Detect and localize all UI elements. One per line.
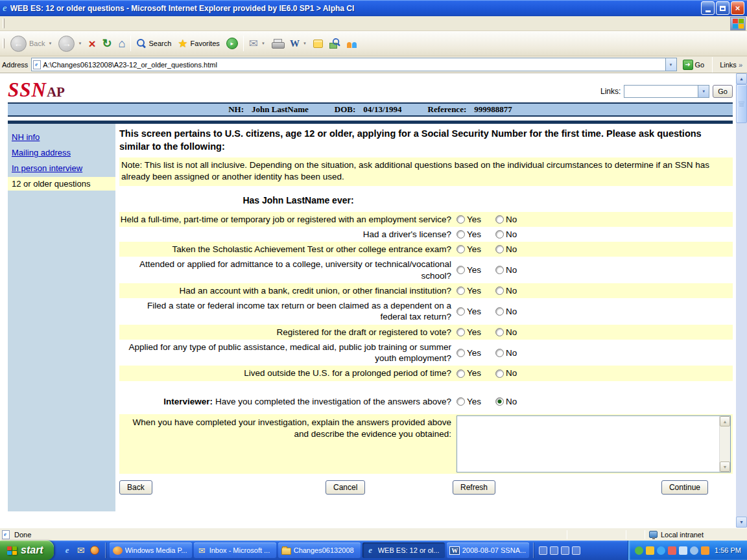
interviewer-no-option[interactable]: No — [495, 396, 517, 407]
forward-dropdown-chevron[interactable]: ▼ — [78, 41, 82, 45]
menu-item[interactable] — [38, 21, 49, 26]
no-option[interactable]: No — [495, 368, 517, 379]
taskbar-toolbar-icon[interactable] — [561, 546, 569, 555]
menubar-grip[interactable] — [3, 18, 5, 29]
address-input-wrap[interactable]: ▼ — [31, 58, 676, 71]
edit-word-button[interactable]: W ▼ — [287, 32, 310, 54]
scroll-up-button[interactable]: ▲ — [736, 73, 747, 84]
taskbar-task-button[interactable]: Changes06132008 — [278, 542, 361, 558]
no-radio[interactable] — [495, 230, 504, 239]
menu-item[interactable] — [18, 21, 28, 26]
page-links-select[interactable]: ▼ — [624, 85, 709, 98]
menu-item[interactable] — [59, 21, 69, 26]
messenger-button[interactable] — [343, 32, 361, 54]
no-radio[interactable] — [495, 286, 504, 295]
no-option[interactable]: No — [495, 229, 517, 240]
discuss-button[interactable] — [310, 32, 326, 54]
sidebar-item[interactable]: NH info — [8, 130, 115, 144]
menu-item[interactable] — [7, 21, 18, 26]
combo-arrow-icon[interactable]: ▼ — [698, 86, 709, 97]
yes-radio[interactable] — [456, 328, 465, 336]
tray-icon[interactable] — [635, 546, 643, 555]
taskbar-task-button[interactable]: Windows Media P... — [110, 542, 192, 558]
sidebar-item[interactable]: Mailing address — [8, 146, 115, 159]
print-button[interactable] — [268, 32, 287, 54]
links-chevron-icon[interactable]: » — [739, 61, 742, 69]
quicklaunch-ie-icon[interactable]: e — [62, 545, 73, 555]
sidebar-link[interactable]: In person interview — [12, 163, 82, 173]
taskbar-toolbar-icon[interactable] — [572, 546, 580, 555]
scrollbar-thumb[interactable] — [736, 84, 747, 123]
yes-radio[interactable] — [456, 349, 465, 357]
back-button[interactable]: ← Back ▼ — [7, 32, 55, 54]
no-radio[interactable] — [495, 215, 504, 224]
forward-button[interactable]: → ▼ — [55, 32, 85, 54]
no-radio[interactable] — [495, 349, 504, 357]
stop-button[interactable]: × — [85, 32, 99, 54]
no-option[interactable]: No — [495, 214, 517, 225]
sidebar-item[interactable]: 12 or older questions — [8, 177, 115, 191]
media-button[interactable]: ▸ — [223, 32, 241, 54]
yes-option[interactable]: Yes — [456, 214, 495, 225]
page-links-go-button[interactable]: Go — [713, 85, 733, 98]
yes-option[interactable]: Yes — [456, 264, 495, 275]
no-option[interactable]: No — [495, 306, 517, 317]
no-option[interactable]: No — [495, 244, 517, 255]
yes-option[interactable]: Yes — [456, 285, 495, 296]
sidebar-item[interactable]: In person interview — [8, 161, 115, 175]
no-radio[interactable] — [495, 328, 504, 336]
scroll-down-button[interactable]: ▼ — [736, 517, 747, 528]
yes-option[interactable]: Yes — [456, 368, 495, 379]
no-radio[interactable] — [495, 307, 504, 316]
no-option[interactable]: No — [495, 285, 517, 296]
minimize-button[interactable] — [701, 1, 715, 15]
quicklaunch-mail-icon[interactable]: ✉ — [76, 545, 86, 555]
close-button[interactable]: × — [731, 1, 744, 15]
yes-radio[interactable] — [456, 245, 465, 253]
yes-option[interactable]: Yes — [456, 229, 495, 240]
yes-radio[interactable] — [456, 307, 465, 316]
links-toolbar[interactable]: Links » — [717, 61, 745, 69]
start-button[interactable]: start — [0, 541, 54, 560]
taskbar-task-button[interactable]: 2008-08-07 SSNA... — [447, 542, 529, 558]
interviewer-no-radio[interactable] — [495, 397, 504, 406]
mail-dropdown-chevron[interactable]: ▼ — [261, 41, 265, 45]
no-radio[interactable] — [495, 266, 504, 274]
tray-icon[interactable] — [679, 546, 687, 555]
back-dropdown-chevron[interactable]: ▼ — [48, 41, 52, 45]
tray-icon[interactable] — [657, 546, 665, 555]
no-option[interactable]: No — [495, 347, 517, 358]
yes-option[interactable]: Yes — [456, 347, 495, 358]
tray-icon[interactable] — [701, 546, 709, 555]
sidebar-link[interactable]: Mailing address — [12, 148, 71, 158]
no-option[interactable]: No — [495, 327, 517, 338]
no-radio[interactable] — [495, 245, 504, 253]
taskbar-task-button[interactable]: WEB ES: 12 or ol... — [362, 542, 445, 558]
tray-icon[interactable] — [668, 546, 676, 555]
form-continue-button[interactable]: Continue — [661, 480, 708, 495]
taskbar-task-button[interactable]: Inbox - Microsoft ... — [194, 542, 276, 558]
tray-icon[interactable] — [690, 546, 698, 555]
interviewer-yes-option[interactable]: Yes — [456, 396, 495, 407]
sidebar-link[interactable]: 12 or older questions — [12, 179, 90, 189]
address-input[interactable] — [43, 61, 665, 69]
interviewer-yes-radio[interactable] — [456, 397, 465, 406]
yes-radio[interactable] — [456, 230, 465, 239]
no-radio[interactable] — [495, 369, 504, 378]
yes-option[interactable]: Yes — [456, 327, 495, 338]
favorites-button[interactable]: ★ Favorites — [174, 32, 223, 54]
menu-item[interactable] — [28, 21, 38, 26]
vertical-scrollbar[interactable]: ▲ ▼ — [736, 73, 747, 528]
form-cancel-button[interactable]: Cancel — [326, 480, 365, 495]
form-back-button[interactable]: Back — [119, 480, 152, 495]
toolbar-grip[interactable] — [3, 38, 5, 49]
research-button[interactable] — [326, 32, 343, 54]
yes-radio[interactable] — [456, 215, 465, 224]
taskbar-toolbar-icon[interactable] — [539, 546, 547, 555]
form-refresh-button[interactable]: Refresh — [453, 480, 495, 495]
textarea-scrollbar[interactable]: ▲ ▼ — [719, 416, 730, 472]
menu-item[interactable] — [49, 21, 59, 26]
sidebar-link[interactable]: NH info — [12, 132, 40, 142]
no-option[interactable]: No — [495, 264, 517, 275]
scroll-up-icon[interactable]: ▲ — [720, 416, 730, 426]
